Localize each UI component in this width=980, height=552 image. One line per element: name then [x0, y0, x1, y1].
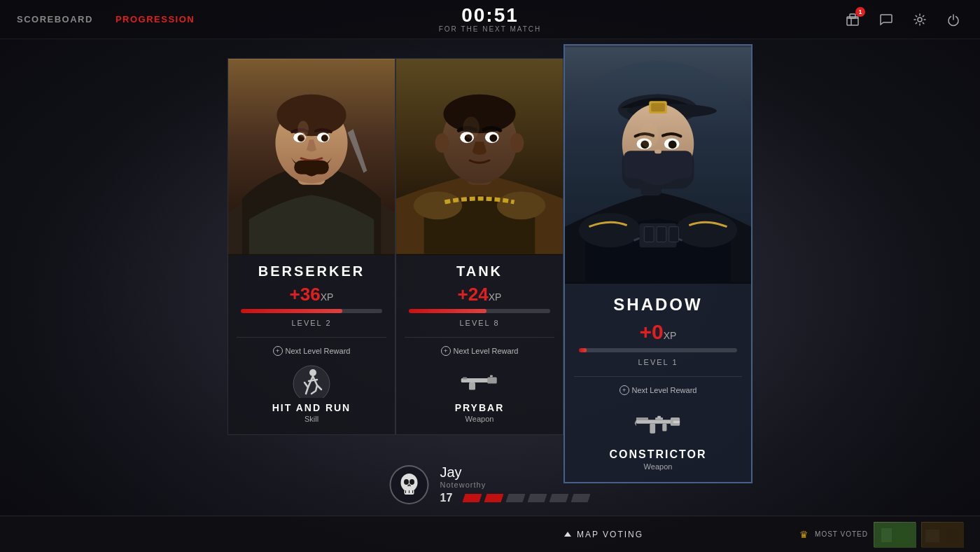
svg-point-10 [321, 134, 328, 142]
svg-rect-11 [294, 160, 329, 174]
player-info: Jay Noteworthy 17 [390, 464, 591, 504]
map-voting-label: MAP VOTING [577, 530, 643, 539]
tank-illustration [396, 59, 563, 255]
shadow-reward: + Next Level Reward [565, 380, 751, 482]
header-center: 00:51 FOR THE NEXT MATCH [439, 6, 542, 33]
svg-rect-33 [490, 375, 493, 377]
settings-icon[interactable] [910, 10, 930, 29]
svg-rect-62 [657, 416, 661, 418]
character-cards-container: BERSERKER +36XP LEVEL 2 + Next Level Rew… [227, 58, 752, 483]
berserker-reward-type: Skill [239, 415, 384, 423]
pip-5 [550, 494, 569, 502]
svg-rect-52 [644, 226, 654, 242]
svg-point-55 [639, 123, 659, 147]
crown-icon: ♛ [799, 529, 809, 540]
player-name: Jay [440, 464, 591, 481]
chat-icon[interactable] [876, 10, 896, 29]
shadow-xp-bar [579, 348, 737, 352]
shadow-xp-fill [579, 348, 587, 352]
svg-point-17 [497, 191, 545, 219]
shadow-card[interactable]: SHADOW +0XP LEVEL 1 + Next Level Reward [564, 44, 752, 483]
svg-point-66 [404, 479, 409, 485]
shadow-name: SHADOW [613, 295, 702, 315]
pip-3 [506, 494, 526, 502]
svg-rect-73 [946, 528, 959, 544]
progression-tab[interactable]: PROGRESSION [115, 14, 195, 25]
tank-divider [405, 337, 554, 338]
player-details: Jay Noteworthy 17 [440, 464, 591, 504]
tank-reward-icon [458, 363, 500, 398]
package-icon[interactable]: 1 [843, 10, 862, 29]
shadow-reward-name: CONSTRICTOR [576, 448, 740, 461]
tank-card[interactable]: TANK +24XP LEVEL 8 + Next Level Reward [396, 58, 564, 435]
svg-rect-30 [487, 377, 497, 383]
svg-point-36 [579, 212, 641, 247]
svg-point-67 [410, 479, 414, 485]
svg-point-16 [414, 191, 462, 219]
svg-point-28 [463, 116, 479, 139]
most-voted-label: MOST VOTED [815, 530, 868, 538]
berserker-divider [237, 337, 386, 338]
pip-4 [528, 494, 547, 502]
berserker-illustration [228, 59, 395, 255]
svg-rect-31 [469, 382, 475, 390]
pip-1 [463, 494, 482, 502]
svg-rect-70 [895, 526, 909, 544]
berserker-name: BERSERKER [258, 263, 365, 280]
player-avatar [390, 465, 429, 504]
level-pips [463, 494, 591, 502]
svg-rect-32 [463, 377, 467, 379]
power-icon[interactable] [944, 10, 963, 29]
tank-portrait [396, 59, 563, 255]
svg-rect-59 [673, 421, 680, 423]
map-thumbnail-2[interactable] [921, 522, 963, 547]
map-thumbnail-1[interactable] [874, 522, 916, 547]
svg-point-2 [918, 18, 922, 22]
match-timer: 00:51 [439, 6, 542, 25]
berserker-reward-name: HIT AND RUN [239, 402, 384, 413]
berserker-card[interactable]: BERSERKER +36XP LEVEL 2 + Next Level Rew… [227, 58, 396, 435]
berserker-level: LEVEL 2 [291, 319, 331, 327]
svg-rect-54 [669, 226, 679, 242]
berserker-reward-icon [290, 363, 332, 398]
berserker-reward: + Next Level Reward [228, 340, 395, 434]
svg-point-12 [298, 120, 309, 137]
svg-rect-58 [636, 418, 648, 420]
tank-xp: +24XP [458, 285, 502, 303]
tank-name: TANK [456, 263, 503, 280]
main-content: BERSERKER +36XP LEVEL 2 + Next Level Rew… [0, 39, 980, 516]
shadow-reward-type: Weapon [576, 462, 740, 471]
svg-rect-69 [881, 528, 892, 542]
svg-rect-72 [925, 530, 939, 542]
pip-6 [571, 494, 591, 502]
svg-point-14 [309, 369, 316, 376]
shadow-portrait [565, 46, 751, 284]
berserker-xp-bar [241, 309, 382, 313]
player-level-row: 17 [440, 492, 591, 504]
tank-xp-bar [409, 309, 550, 313]
svg-rect-48 [654, 149, 662, 153]
most-voted-section: ♛ MOST VOTED [799, 522, 963, 547]
berserker-xp-fill [241, 309, 343, 313]
svg-point-6 [276, 94, 346, 136]
svg-point-64 [401, 474, 418, 492]
scoreboard-tab[interactable]: SCOREBOARD [17, 14, 93, 25]
svg-point-20 [443, 94, 515, 133]
bottom-bar: MAP VOTING ♛ MOST VOTED [0, 516, 980, 552]
tank-reward-icon-circle: + [441, 346, 451, 356]
shadow-illustration [565, 46, 751, 284]
player-rank: Noteworthy [440, 481, 591, 489]
header: SCOREBOARD PROGRESSION 00:51 FOR THE NEX… [0, 0, 980, 39]
tank-level: LEVEL 8 [459, 319, 499, 327]
tank-reward-type: Weapon [407, 415, 552, 423]
map-voting-button[interactable]: MAP VOTING [408, 530, 799, 539]
shadow-divider [574, 376, 741, 377]
header-icons: 1 [843, 10, 963, 29]
notification-badge: 1 [855, 7, 865, 17]
tank-xp-fill [409, 309, 486, 313]
svg-point-24 [489, 134, 497, 142]
svg-point-26 [435, 133, 449, 153]
shadow-reward-icon [634, 402, 682, 444]
player-level: 17 [440, 492, 457, 504]
shadow-xp: +0XP [640, 322, 677, 343]
